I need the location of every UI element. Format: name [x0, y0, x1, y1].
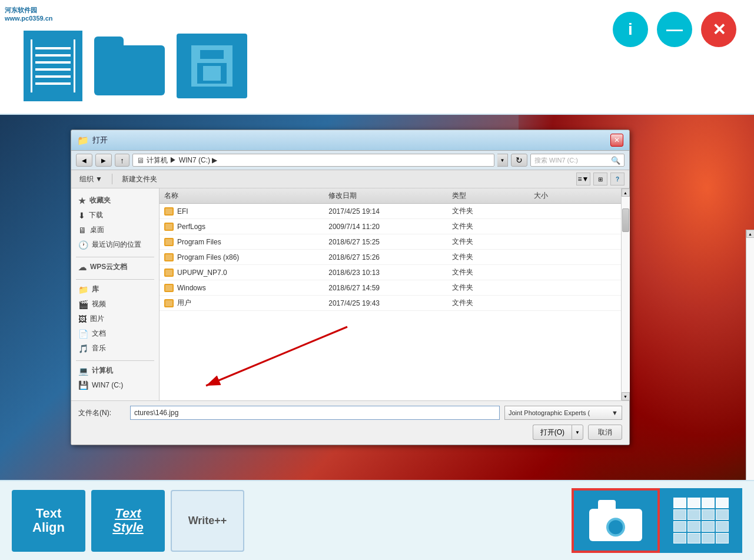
address-path-text: 计算机 ▶ WIN7 (C:) ▶	[147, 155, 217, 165]
new-folder-button[interactable]: 新建文件夹	[118, 173, 161, 185]
new-folder-label: 新建文件夹	[122, 174, 157, 184]
bottom-right-buttons	[572, 488, 742, 553]
scroll-track[interactable]	[622, 197, 630, 392]
filetype-label: Joint Photographic Experts (	[509, 409, 590, 416]
cancel-button[interactable]: 取消	[588, 425, 622, 440]
address-dropdown[interactable]: ▼	[497, 154, 508, 167]
col-header-type[interactable]: 类型	[452, 191, 534, 201]
dialog-footer: 文件名(N): Joint Photographic Experts ( ▼ 打…	[71, 400, 629, 445]
organize-label: 组织	[79, 174, 94, 184]
dialog-sidebar: ★ 收藏夹 ⬇ 下载 🖥 桌面 🕐 最近访问的位置	[71, 188, 160, 400]
outer-scrollbar[interactable]: ▲ ▼	[746, 230, 754, 480]
sidebar-item-desktop[interactable]: 🖥 桌面	[71, 223, 159, 237]
sidebar-item-recent[interactable]: 🕐 最近访问的位置	[71, 237, 159, 252]
favorites-icon: ★	[78, 196, 86, 206]
dialog-toolbar: 组织 ▼ 新建文件夹 ≡▼ ⊞ ?	[71, 170, 629, 188]
sidebar-item-video[interactable]: 🎬 视频	[71, 297, 159, 312]
camera-button[interactable]	[572, 488, 660, 553]
music-label: 音乐	[92, 343, 106, 353]
folder-file-icon	[164, 238, 174, 246]
view-details-button[interactable]: ⊞	[593, 173, 607, 185]
dialog-close-button[interactable]: ✕	[610, 134, 623, 147]
info-button[interactable]: i	[613, 12, 648, 47]
text-align-button[interactable]: Text Align	[12, 490, 85, 552]
outer-scroll-up[interactable]: ▲	[746, 230, 755, 238]
table-grid-icon	[673, 498, 729, 544]
help-button[interactable]: ?	[610, 173, 625, 185]
dialog-title-label: 打开	[92, 135, 108, 145]
col-header-date[interactable]: 修改日期	[328, 191, 451, 201]
close-button[interactable]: ✕	[701, 12, 736, 47]
text-align-line1: Text	[36, 506, 62, 521]
minimize-button[interactable]: —	[657, 12, 692, 47]
folder-file-icon	[164, 253, 174, 261]
organize-button[interactable]: 组织 ▼	[76, 173, 106, 185]
folder-icon[interactable]	[94, 37, 165, 95]
wps-title: ☁ WPS云文档	[71, 260, 159, 274]
col-header-size[interactable]: 大小	[534, 191, 616, 201]
sidebar-item-pictures[interactable]: 🖼 图片	[71, 312, 159, 326]
save-icon[interactable]	[177, 34, 247, 98]
dialog-body: ★ 收藏夹 ⬇ 下载 🖥 桌面 🕐 最近访问的位置	[71, 188, 629, 400]
back-button[interactable]: ◀	[76, 154, 92, 167]
table-row[interactable]: 用户 2017/4/25 19:43 文件夹	[160, 296, 621, 311]
wps-section: ☁ WPS云文档	[71, 260, 159, 274]
header: 河东软件园 www.pc0359.cn	[0, 0, 754, 115]
filename-input[interactable]	[130, 406, 500, 420]
text-style-button[interactable]: Text Style	[91, 490, 165, 552]
scroll-up-arrow[interactable]: ▲	[622, 188, 630, 197]
table-row[interactable]: Program Files (x86) 2018/6/27 15:26 文件夹	[160, 250, 621, 265]
folder-file-icon	[164, 223, 174, 231]
address-path[interactable]: 🖥 计算机 ▶ WIN7 (C:) ▶	[132, 154, 494, 167]
file-name: PerfLogs	[177, 223, 205, 231]
computer-section: 💻 计算机 💾 WIN7 (C:)	[71, 363, 159, 392]
write-button[interactable]: Write++	[171, 490, 244, 552]
library-section: 📁 库 🎬 视频 🖼 图片 📄 文档	[71, 282, 159, 356]
dialog-title-text: 📁 打开	[77, 135, 108, 146]
computer-label: 计算机	[92, 366, 113, 376]
sidebar-item-music[interactable]: 🎵 音乐	[71, 341, 159, 356]
search-box[interactable]: 搜索 WIN7 (C:) 🔍	[530, 154, 625, 167]
filetype-select[interactable]: Joint Photographic Experts ( ▼	[504, 406, 622, 420]
folder-file-icon	[164, 284, 174, 292]
view-list-button[interactable]: ≡▼	[576, 173, 590, 185]
filelist-header: 名称 修改日期 类型 大小	[160, 188, 621, 204]
filename-label: 文件名(N):	[78, 408, 125, 418]
scroll-thumb[interactable]	[622, 208, 629, 232]
table-row[interactable]: Program Files 2018/6/27 15:25 文件夹	[160, 234, 621, 250]
file-date: 2018/6/27 15:26	[328, 253, 451, 261]
header-icons	[24, 31, 247, 101]
file-type: 文件夹	[452, 221, 534, 231]
folder-file-icon	[164, 299, 174, 307]
sidebar-item-download[interactable]: ⬇ 下载	[71, 208, 159, 223]
scroll-down-arrow[interactable]: ▼	[622, 392, 630, 400]
file-type: 文件夹	[452, 267, 534, 277]
table-button[interactable]	[660, 488, 742, 553]
table-row[interactable]: UPUPW_NP7.0 2018/6/23 10:13 文件夹	[160, 265, 621, 280]
file-type: 文件夹	[452, 206, 534, 216]
drive-icon: 💾	[78, 380, 88, 390]
folder-file-icon	[164, 207, 174, 216]
open-dropdown-arrow[interactable]: ▼	[572, 425, 583, 440]
watermark-line2: www.pc0359.cn	[5, 14, 53, 22]
dialog-buttons: 打开(O) ▼ 取消	[78, 425, 622, 440]
forward-button[interactable]: ▶	[95, 154, 112, 167]
refresh-button[interactable]: ↻	[511, 154, 527, 167]
table-row[interactable]: Windows 2018/6/27 14:59 文件夹	[160, 280, 621, 296]
filelist-rows: EFI 2017/4/25 19:14 文件夹 PerfLogs 2009/7/…	[160, 204, 621, 311]
file-name: 用户	[177, 298, 191, 308]
sidebar-divider-2	[76, 279, 154, 280]
up-button[interactable]: ↑	[115, 154, 129, 167]
document-icon[interactable]	[24, 31, 82, 101]
vertical-scrollbar[interactable]: ▲ ▼	[621, 188, 629, 400]
table-row[interactable]: PerfLogs 2009/7/14 11:20 文件夹	[160, 219, 621, 234]
file-type: 文件夹	[452, 283, 534, 293]
open-button[interactable]: 打开(O)	[533, 425, 572, 440]
music-icon: 🎵	[78, 344, 88, 353]
col-header-name[interactable]: 名称	[164, 191, 328, 201]
sidebar-item-c-drive[interactable]: 💾 WIN7 (C:)	[71, 378, 159, 392]
table-row[interactable]: EFI 2017/4/25 19:14 文件夹	[160, 204, 621, 219]
file-type: 文件夹	[452, 252, 534, 262]
sidebar-item-documents[interactable]: 📄 文档	[71, 326, 159, 341]
filename-row: 文件名(N): Joint Photographic Experts ( ▼	[78, 406, 622, 420]
